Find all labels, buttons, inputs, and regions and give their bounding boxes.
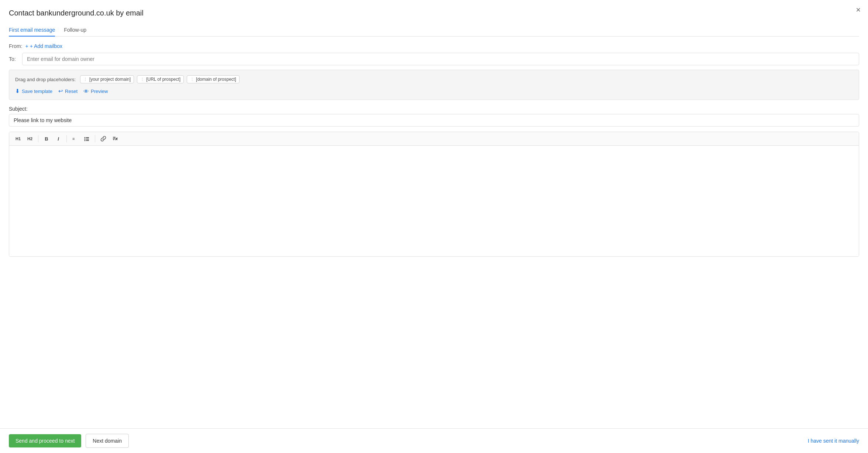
reset-button[interactable]: ↩ Reset <box>58 88 78 94</box>
preview-label: Preview <box>91 89 108 94</box>
drag-icon-2: ⋮ <box>140 77 145 82</box>
svg-rect-2 <box>86 137 89 138</box>
modal-container: × Contact bankunderground.co.uk by email… <box>0 0 868 453</box>
placeholder-chip-project-domain[interactable]: ⋮ [your project domain] <box>80 75 134 83</box>
add-mailbox-button[interactable]: + + Add mailbox <box>25 43 63 49</box>
subject-input[interactable] <box>9 114 859 127</box>
tab-followup[interactable]: Follow-up <box>64 24 86 37</box>
link-icon <box>100 136 106 142</box>
chip-label-1: [your project domain] <box>89 77 131 82</box>
svg-rect-6 <box>86 140 89 141</box>
tool-ordered-list-button[interactable]: ≡ <box>70 135 80 143</box>
preview-icon: 👁 <box>83 88 89 94</box>
chip-label-3: [domain of prospect] <box>196 77 236 82</box>
save-template-label: Save template <box>22 89 52 94</box>
send-proceed-button[interactable]: Send and proceed to next <box>9 434 81 447</box>
drag-icon-1: ⋮ <box>83 77 88 82</box>
reset-label: Reset <box>65 89 78 94</box>
save-template-icon: ⬇ <box>15 88 20 94</box>
to-row: To: <box>9 53 859 65</box>
placeholder-chip-url-prospect[interactable]: ⋮ [URL of prospect] <box>137 75 184 83</box>
toolbar-divider-1 <box>38 135 38 142</box>
close-button[interactable]: × <box>856 6 861 14</box>
to-label: To: <box>9 56 19 62</box>
preview-button[interactable]: 👁 Preview <box>83 88 108 94</box>
h1-label: H1 <box>16 136 21 141</box>
tool-unordered-list-button[interactable] <box>82 135 92 143</box>
svg-point-3 <box>85 139 86 140</box>
placeholders-row: Drag and drop placeholders: ⋮ [your proj… <box>15 75 853 83</box>
tool-h2-button[interactable]: H2 <box>25 135 35 142</box>
svg-rect-4 <box>86 139 89 139</box>
h2-label: H2 <box>27 136 32 141</box>
toolbar-divider-3 <box>95 135 95 142</box>
template-toolbar-row: ⬇ Save template ↩ Reset 👁 Preview <box>15 88 853 94</box>
footer-bar: Send and proceed to next Next domain I h… <box>0 428 868 453</box>
editor-toolbar: H1 H2 B I ≡ <box>9 132 859 146</box>
toolbar-divider-2 <box>66 135 67 142</box>
tool-link-button[interactable] <box>98 134 108 143</box>
from-row: From: + + Add mailbox <box>9 43 859 49</box>
from-label: From: <box>9 43 23 49</box>
subject-section: Subject: <box>9 106 859 127</box>
add-mailbox-label: + Add mailbox <box>30 43 62 49</box>
tab-first-email[interactable]: First email message <box>9 24 55 37</box>
subject-label: Subject: <box>9 106 859 112</box>
unordered-list-icon <box>84 136 89 141</box>
footer-left: Send and proceed to next Next domain <box>9 434 129 448</box>
next-domain-button[interactable]: Next domain <box>86 434 129 448</box>
svg-point-5 <box>85 140 86 141</box>
editor-container: H1 H2 B I ≡ <box>9 132 859 257</box>
tool-italic-button[interactable]: I <box>53 135 63 143</box>
to-input[interactable] <box>22 53 859 65</box>
placeholders-bar: Drag and drop placeholders: ⋮ [your proj… <box>9 70 859 100</box>
tool-bold-button[interactable]: B <box>41 135 52 143</box>
save-template-button[interactable]: ⬇ Save template <box>15 88 52 94</box>
tool-h1-button[interactable]: H1 <box>13 135 23 142</box>
reset-icon: ↩ <box>58 88 63 94</box>
svg-text:≡: ≡ <box>72 136 75 141</box>
modal-title: Contact bankunderground.co.uk by email <box>9 9 859 17</box>
drag-icon-3: ⋮ <box>190 77 194 82</box>
add-mailbox-icon: + <box>25 43 28 49</box>
placeholder-chip-domain-prospect[interactable]: ⋮ [domain of prospect] <box>187 75 240 83</box>
tool-clear-format-button[interactable]: Tx <box>110 135 120 143</box>
svg-point-1 <box>85 137 86 138</box>
tabs-bar: First email message Follow-up <box>9 24 859 37</box>
chip-label-2: [URL of prospect] <box>146 77 180 82</box>
sent-manually-button[interactable]: I have sent it manually <box>808 438 859 444</box>
editor-body[interactable] <box>9 146 859 256</box>
placeholders-label: Drag and drop placeholders: <box>15 77 76 82</box>
ordered-list-icon: ≡ <box>72 136 78 141</box>
